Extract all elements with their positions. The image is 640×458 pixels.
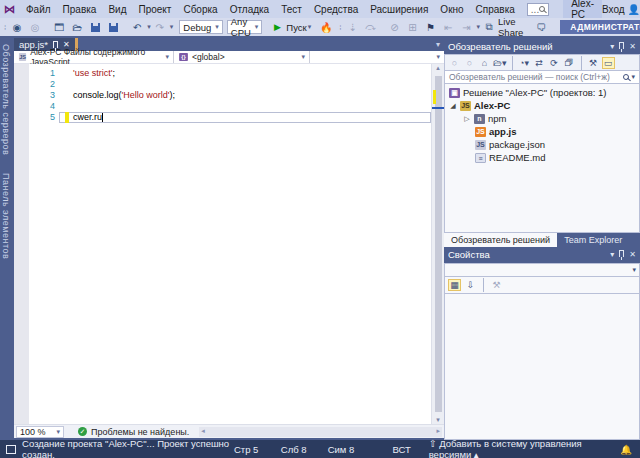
- tree-label: app.js: [489, 126, 516, 137]
- tree-item-npm[interactable]: ▷ n npm: [445, 112, 639, 125]
- open-file-icon[interactable]: 🗁: [69, 19, 85, 35]
- sync-with-active-document-icon[interactable]: ⇄: [533, 58, 546, 68]
- tree-item-solution[interactable]: ▣ Решение "Alex-PC" (проектов: 1): [445, 86, 639, 99]
- tree-item-appjs[interactable]: JS app.js: [445, 125, 639, 138]
- refresh-icon[interactable]: ⟳: [548, 58, 561, 68]
- pending-changes-filter-icon[interactable]: ◔▾: [518, 58, 531, 68]
- zoom-level-value: 100 %: [20, 427, 46, 437]
- show-all-files-icon[interactable]: 🗇: [563, 58, 576, 68]
- tab-team-explorer[interactable]: Team Explorer: [557, 233, 629, 247]
- undo-caret-icon[interactable]: ▾: [147, 23, 151, 31]
- preview-selected-items-icon[interactable]: ▭: [602, 57, 615, 69]
- feedback-icon[interactable]: 🗨: [533, 19, 549, 35]
- alphabetical-icon[interactable]: ⇩: [464, 280, 477, 290]
- tab-solution-explorer[interactable]: Обозреватель решений: [444, 233, 557, 247]
- menu-build[interactable]: Сборка: [177, 2, 223, 17]
- scroll-up-icon[interactable]: ▴: [436, 64, 440, 72]
- tree-item-readme[interactable]: ≡ README.md: [445, 151, 639, 164]
- home-icon[interactable]: ⌂: [478, 58, 491, 68]
- expand-arrow-icon[interactable]: ▷: [463, 115, 471, 123]
- solution-explorer-header[interactable]: Обозреватель решений ▾ ✕: [444, 38, 640, 54]
- server-explorer-vertical-tab[interactable]: Обозреватель серверов: [0, 38, 12, 167]
- save-all-icon[interactable]: [105, 19, 121, 35]
- toolbar-grip: ⁞: [4, 23, 5, 32]
- sign-in-button[interactable]: Вход 👤: [602, 4, 640, 15]
- menu-tools[interactable]: Средства: [308, 2, 364, 17]
- editor-navigation-bar: JS Alex-PC Файлы содержимого JavaScript …: [14, 51, 444, 64]
- undo-icon[interactable]: ↶: [129, 19, 145, 35]
- auto-hide-pin-icon[interactable]: [619, 42, 624, 49]
- editor-horizontal-scrollbar[interactable]: ◂ ▸: [199, 427, 442, 437]
- main-toolbar: ⁞ ◉ ◎ 🗔 🗁 ↶▾ ↷▾ Debug▾ Any CPU▾ ▶ Пуск ▾…: [0, 18, 640, 38]
- search-icon: [539, 6, 545, 12]
- menu-debug[interactable]: Отладка: [224, 2, 276, 17]
- save-icon[interactable]: [87, 19, 103, 35]
- start-caret-icon[interactable]: ▾: [308, 23, 312, 31]
- add-to-source-control-button[interactable]: ⇧ Добавить в систему управления версиями…: [429, 438, 612, 458]
- editor-vertical-scrollbar[interactable]: ▴ ▾: [431, 64, 444, 424]
- properties-header[interactable]: Свойства ▾ ✕: [444, 247, 640, 263]
- menu-test[interactable]: Тест: [275, 2, 308, 17]
- tabstrip-overflow-icon[interactable]: ▾: [436, 40, 440, 49]
- quick-search-placeholder: ...: [531, 4, 539, 15]
- properties-title: Свойства: [448, 249, 490, 260]
- window-menu-icon[interactable]: ▾: [610, 42, 614, 51]
- nav-project-dropdown[interactable]: JS Alex-PC Файлы содержимого JavaScript …: [14, 51, 174, 63]
- toolbox-vertical-tab[interactable]: Панель элементов: [0, 167, 12, 271]
- code-text-area[interactable]: 'use strict'; console.log('Hello world')…: [59, 64, 431, 424]
- nav-type-dropdown[interactable]: {} <global> ▾: [174, 51, 310, 63]
- code-line-4[interactable]: [59, 101, 431, 112]
- visual-studio-logo-icon: ⋈: [4, 3, 15, 15]
- menu-extensions[interactable]: Расширения: [364, 2, 434, 17]
- menu-window[interactable]: Окно: [434, 2, 469, 17]
- code-line-3[interactable]: console.log('Hello world');: [59, 90, 431, 101]
- notifications-bell-icon[interactable]: 🔔: [620, 444, 632, 455]
- start-debug-label[interactable]: Пуск: [286, 22, 306, 33]
- start-debug-button[interactable]: ▶: [269, 19, 285, 35]
- switch-views-icon[interactable]: 🗁▾: [493, 58, 507, 68]
- quick-search-input[interactable]: ...: [527, 3, 549, 16]
- new-project-icon[interactable]: 🗔: [51, 19, 67, 35]
- code-line-5-current[interactable]: cwer.ru: [59, 112, 431, 123]
- scroll-down-icon[interactable]: ▾: [436, 416, 440, 424]
- background-task-icon[interactable]: [6, 445, 16, 454]
- problems-status-label[interactable]: Проблемы не найдены.: [91, 427, 189, 437]
- tree-item-project[interactable]: ◢ JS Alex-PC: [445, 99, 639, 112]
- status-line: Стр 5: [234, 444, 281, 455]
- scroll-left-icon[interactable]: ◂: [201, 427, 205, 435]
- scrollbar-thumb[interactable]: [435, 76, 442, 412]
- live-share-icon[interactable]: ⧉: [481, 19, 497, 35]
- code-line-2[interactable]: [59, 79, 431, 90]
- properties-wrench-icon[interactable]: ⚒: [587, 58, 600, 68]
- tree-item-packagejson[interactable]: JS package.json: [445, 138, 639, 151]
- code-editor[interactable]: 12 34 5 'use strict'; console.log('Hello…: [14, 64, 444, 424]
- bookmark-icon[interactable]: ⚑: [423, 19, 439, 35]
- pin-tab-icon[interactable]: [53, 41, 58, 48]
- platform-select[interactable]: Any CPU▾: [227, 20, 263, 34]
- code-plain: ;: [112, 68, 115, 78]
- categorized-icon[interactable]: ▦: [448, 279, 461, 291]
- status-bar: Создание проекта "Alex-PC"... Проект усп…: [0, 440, 640, 458]
- breakpoint-margin[interactable]: [14, 64, 29, 424]
- nav-member-dropdown[interactable]: ▾: [310, 51, 444, 63]
- debug-target-select[interactable]: Debug▾: [179, 20, 223, 34]
- solution-search-input[interactable]: Обозреватель решений — поиск (Ctrl+ж) ▾: [444, 70, 640, 84]
- menu-edit[interactable]: Правка: [57, 2, 103, 17]
- properties-object-select[interactable]: ▾: [444, 263, 640, 277]
- navigate-back-icon[interactable]: ◉: [9, 19, 25, 35]
- window-menu-icon[interactable]: ▾: [610, 250, 614, 259]
- close-pane-icon[interactable]: ✕: [629, 42, 636, 51]
- collapse-arrow-icon[interactable]: ◢: [449, 102, 457, 110]
- live-share-label[interactable]: Live Share: [498, 16, 523, 38]
- changed-lines-marker: [433, 90, 436, 104]
- auto-hide-pin-icon[interactable]: [619, 250, 624, 257]
- code-line-1[interactable]: 'use strict';: [59, 68, 431, 79]
- editor-group: app.js* ✕ ▾ JS Alex-PC Файлы содержимого…: [14, 38, 444, 438]
- close-pane-icon[interactable]: ✕: [629, 250, 636, 259]
- menu-file[interactable]: Файл: [20, 2, 57, 17]
- menu-help[interactable]: Справка: [470, 2, 521, 17]
- menu-project[interactable]: Проект: [132, 2, 177, 17]
- scroll-right-icon[interactable]: ▸: [436, 427, 440, 435]
- zoom-level-select[interactable]: 100 % ▾: [16, 426, 64, 438]
- menu-view[interactable]: Вид: [102, 2, 132, 17]
